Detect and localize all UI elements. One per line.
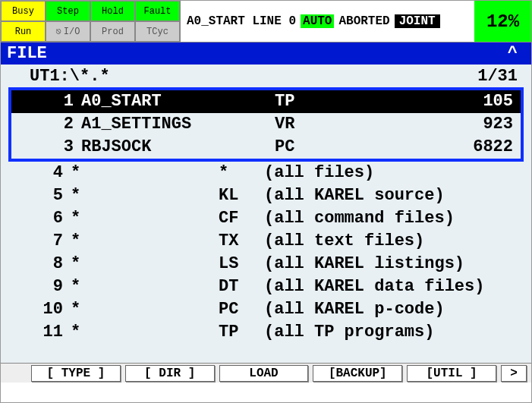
filter-desc: (all TP programs) <box>264 321 524 344</box>
status-grid: Busy Step Hold Fault Run ⎋ I/O Prod TCyc <box>1 1 181 42</box>
screen-title-bar: FILE ^ <box>1 43 531 65</box>
filter-name: * <box>71 298 219 321</box>
program-status-bar: A0_START LINE 0 AUTO ABORTED JOINT <box>181 1 474 42</box>
filter-index: 5 <box>1 184 71 207</box>
filter-row[interactable]: 6*CF(all command files) <box>1 207 531 230</box>
file-list[interactable]: 1A0_STARTTP1052A1_SETTINGSVR9233RBJSOCKP… <box>11 90 521 159</box>
file-name: A0_START <box>81 90 229 113</box>
filter-name: * <box>71 253 219 275</box>
filter-index: 10 <box>1 298 71 321</box>
file-row[interactable]: 1A0_STARTTP105 <box>11 90 521 113</box>
filter-ext: TP <box>219 321 264 344</box>
softkey-dir[interactable]: [ DIR ] <box>125 365 215 382</box>
filter-row[interactable]: 9*DT(all KAREL data files) <box>1 275 531 298</box>
filter-desc: (all command files) <box>264 207 524 230</box>
filter-name: * <box>71 275 219 298</box>
filter-index: 7 <box>1 230 71 253</box>
status-step: Step <box>46 1 90 21</box>
filter-name: * <box>71 321 219 344</box>
file-name: RBJSOCK <box>81 136 229 159</box>
filter-ext: TX <box>219 230 264 253</box>
filter-ext: DT <box>219 275 264 298</box>
softkey-load[interactable]: LOAD <box>219 365 309 382</box>
filter-ext: LS <box>219 253 264 275</box>
file-index: 2 <box>11 113 81 136</box>
filter-row[interactable]: 5*KL(all KAREL source) <box>1 184 531 207</box>
filter-row[interactable]: 11*TP(all TP programs) <box>1 321 531 344</box>
filter-desc: (all text files) <box>264 230 524 253</box>
filter-desc: (all KAREL p-code) <box>264 298 524 321</box>
io-icon: ⎋ <box>56 26 61 37</box>
file-type: TP <box>275 90 437 113</box>
filter-desc: (all KAREL source) <box>264 184 524 207</box>
filter-name: * <box>71 162 219 184</box>
filter-ext: KL <box>219 184 264 207</box>
filter-index: 11 <box>1 321 71 344</box>
caret-up-icon[interactable]: ^ <box>508 44 525 63</box>
path-line: UT1:\*.* 1/31 <box>1 66 531 87</box>
file-name: A1_SETTINGS <box>81 113 229 136</box>
status-tcyc: TCyc <box>135 21 180 42</box>
status-hold: Hold <box>90 1 135 21</box>
softkey-bar: [ TYPE ] [ DIR ] LOAD [BACKUP] [UTIL ] > <box>1 363 531 383</box>
filter-index: 8 <box>1 253 71 275</box>
filter-desc: (all files) <box>264 162 524 184</box>
filter-row[interactable]: 8*LS(all KAREL listings) <box>1 253 531 275</box>
status-busy: Busy <box>1 1 46 21</box>
softkey-type[interactable]: [ TYPE ] <box>31 365 121 382</box>
filter-row[interactable]: 7*TX(all text files) <box>1 230 531 253</box>
screen-title: FILE <box>7 44 47 63</box>
filter-ext: PC <box>219 298 264 321</box>
softkey-next[interactable]: > <box>501 365 527 382</box>
file-size: 923 <box>437 113 513 136</box>
program-motion-joint: JOINT <box>395 14 440 28</box>
filter-row[interactable]: 10*PC(all KAREL p-code) <box>1 298 531 321</box>
device-path: UT1:\*.* <box>30 66 110 87</box>
file-size: 6822 <box>437 136 513 159</box>
file-row[interactable]: 2A1_SETTINGSVR923 <box>11 113 521 136</box>
filter-desc: (all KAREL data files) <box>264 275 524 298</box>
filter-index: 9 <box>1 275 71 298</box>
file-index: 3 <box>11 136 81 159</box>
softkey-backup[interactable]: [BACKUP] <box>313 365 402 382</box>
file-size: 105 <box>437 90 513 113</box>
filter-row[interactable]: 4** (all files) <box>1 162 531 184</box>
file-type: PC <box>275 136 437 159</box>
program-state: ABORTED <box>338 14 389 28</box>
status-prod: Prod <box>90 21 135 42</box>
file-index: 1 <box>11 90 81 113</box>
filter-ext: CF <box>219 207 264 230</box>
file-row[interactable]: 3RBJSOCKPC6822 <box>11 136 521 159</box>
softkey-util[interactable]: [UTIL ] <box>407 365 496 382</box>
file-area: UT1:\*.* 1/31 1A0_STARTTP1052A1_SETTINGS… <box>1 65 531 363</box>
filter-desc: (all KAREL listings) <box>264 253 524 275</box>
speed-override: 12% <box>474 1 531 42</box>
top-bar: Busy Step Hold Fault Run ⎋ I/O Prod TCyc… <box>1 1 531 43</box>
filter-index: 6 <box>1 207 71 230</box>
file-ext <box>229 90 275 113</box>
program-name-line: A0_START LINE 0 <box>187 14 296 28</box>
program-mode-auto: AUTO <box>301 14 334 28</box>
filter-index: 4 <box>1 162 71 184</box>
filter-name: * <box>71 184 219 207</box>
status-io: ⎋ I/O <box>46 21 90 42</box>
file-group-highlight: 1A0_STARTTP1052A1_SETTINGSVR9233RBJSOCKP… <box>8 87 524 162</box>
file-ext <box>229 136 275 159</box>
status-io-label: I/O <box>64 27 80 37</box>
status-fault: Fault <box>135 1 180 21</box>
filter-name: * <box>71 207 219 230</box>
filter-ext: * <box>219 162 264 184</box>
filter-name: * <box>71 230 219 253</box>
file-type: VR <box>275 113 437 136</box>
filter-list[interactable]: 4** (all files)5*KL(all KAREL source)6*C… <box>1 162 531 344</box>
status-run: Run <box>1 21 46 42</box>
file-ext <box>229 113 275 136</box>
list-counter: 1/31 <box>477 66 518 87</box>
